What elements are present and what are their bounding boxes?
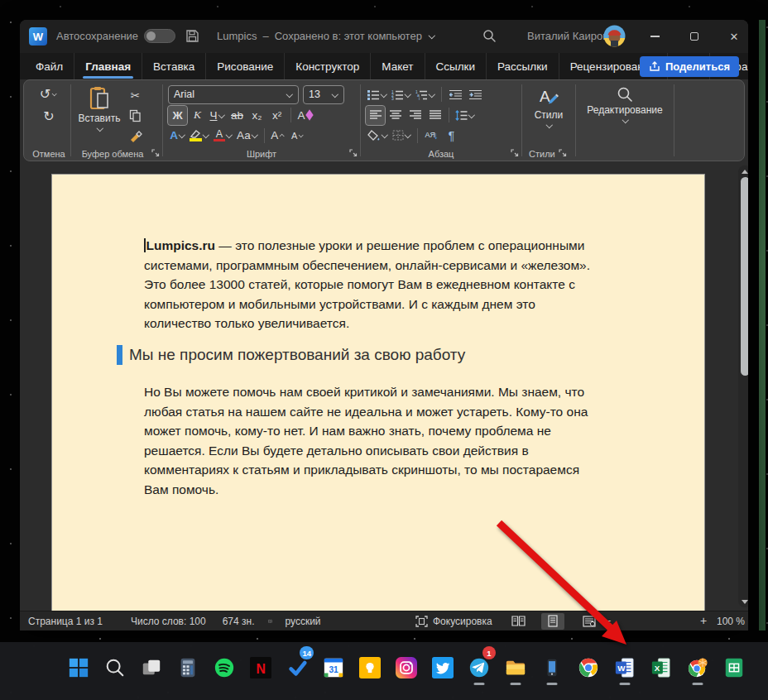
scroll-down-button[interactable] — [738, 596, 748, 607]
paste-button[interactable]: Вставить — [76, 84, 122, 146]
web-layout-button[interactable] — [578, 613, 601, 630]
change-case-button[interactable]: Аа — [235, 126, 260, 145]
justify-button[interactable] — [425, 106, 444, 125]
autosave-toggle[interactable] — [144, 29, 175, 43]
document-page[interactable]: Lumpics.ru — это полезные уроки и решени… — [51, 174, 705, 611]
taskbar-chrome[interactable] — [570, 649, 607, 687]
taskbar-google-calendar[interactable]: 31 — [315, 649, 352, 687]
taskbar-chrome-profile[interactable] — [679, 649, 716, 687]
grow-font-button[interactable]: А — [269, 126, 288, 145]
zoom-out-button[interactable]: − — [604, 614, 611, 627]
show-marks-button[interactable]: ¶ — [442, 126, 461, 145]
taskbar-netflix[interactable]: N — [242, 649, 279, 687]
document-title[interactable]: Lumpics – Сохранено в: этот компьютер — [217, 30, 435, 42]
line-spacing-button[interactable] — [454, 106, 477, 125]
maximize-button[interactable] — [682, 24, 707, 49]
taskbar-google-sheets[interactable] — [716, 649, 752, 687]
shrink-font-button[interactable]: А — [289, 126, 308, 145]
share-button[interactable]: Поделиться — [640, 56, 739, 77]
tab-file[interactable]: Файл — [25, 53, 74, 79]
save-icon[interactable] — [185, 29, 199, 43]
close-button[interactable]: ✕ — [722, 24, 746, 49]
taskbar-spotify[interactable] — [206, 649, 242, 687]
zoom-level[interactable]: 100 % — [717, 616, 745, 627]
heading-text: Мы не просим пожертвований за свою работ… — [129, 346, 465, 364]
avatar[interactable] — [603, 25, 626, 47]
bullet-list-icon — [367, 89, 380, 100]
format-painter-button[interactable] — [126, 127, 145, 146]
taskbar-instagram[interactable] — [388, 649, 425, 687]
tab-references[interactable]: Ссылки — [425, 53, 487, 79]
bold-button[interactable]: Ж — [168, 106, 187, 125]
italic-button[interactable]: К — [188, 106, 207, 125]
tab-home[interactable]: Главная — [74, 53, 142, 79]
taskbar-excel[interactable]: X — [643, 649, 679, 687]
proofing-icon[interactable] — [263, 616, 277, 627]
clipboard-dialog-launcher[interactable] — [151, 149, 160, 157]
highlight-button[interactable] — [188, 126, 211, 145]
minimize-button[interactable] — [642, 24, 667, 49]
align-right-button[interactable] — [406, 106, 425, 125]
shading-button[interactable] — [366, 126, 390, 145]
font-color-button[interactable]: А — [212, 126, 234, 145]
vertical-scrollbar[interactable] — [738, 165, 748, 607]
page-indicator[interactable]: Страница 1 из 1 — [20, 616, 111, 627]
taskbar-your-phone[interactable] — [534, 649, 570, 687]
clear-formatting-button[interactable]: А — [295, 106, 314, 125]
numbering-button[interactable]: 123 — [390, 85, 413, 104]
taskbar-calculator[interactable] — [170, 649, 206, 687]
text-effects-button[interactable]: А — [168, 126, 187, 145]
taskbar-twitter[interactable] — [425, 649, 461, 687]
word-app-icon[interactable]: W — [29, 27, 47, 46]
increase-indent-button[interactable] — [466, 85, 485, 104]
user-name[interactable]: Виталий Каиров — [527, 30, 608, 42]
subscript-button[interactable]: x₂ — [247, 106, 266, 125]
font-size-combobox[interactable]: 13 — [303, 85, 344, 104]
taskbar-file-explorer[interactable] — [497, 649, 534, 687]
search-icon[interactable] — [482, 29, 497, 43]
focus-mode-button[interactable]: Фокусировка — [415, 616, 492, 627]
taskbar-telegram[interactable]: 1 — [461, 649, 497, 687]
tab-insert[interactable]: Вставка — [142, 53, 205, 79]
bullets-button[interactable] — [366, 85, 389, 104]
superscript-button[interactable]: x² — [267, 106, 286, 125]
character-count[interactable]: 674 зн. — [214, 616, 263, 627]
font-dialog-launcher[interactable] — [349, 149, 358, 157]
taskbar-todo-app[interactable]: 14 — [279, 649, 315, 687]
tab-layout[interactable]: Макет — [370, 53, 424, 79]
taskbar-start-button[interactable] — [60, 649, 97, 687]
tab-draw[interactable]: Рисование — [205, 53, 284, 79]
underline-button[interactable]: Ч — [208, 106, 227, 125]
styles-dialog-launcher[interactable] — [559, 149, 567, 157]
redo-button[interactable]: ↻ — [32, 107, 65, 126]
language-indicator[interactable]: русский — [277, 616, 329, 627]
print-layout-button[interactable] — [541, 613, 564, 630]
taskbar-word[interactable]: W — [607, 649, 643, 687]
tab-mailings[interactable]: Рассылки — [486, 53, 559, 79]
read-mode-button[interactable] — [506, 613, 530, 630]
sort-button[interactable]: АЯ ↓ — [422, 126, 441, 145]
font-name-combobox[interactable]: Arial — [168, 85, 299, 104]
borders-button[interactable] — [391, 126, 413, 145]
scroll-up-button[interactable] — [738, 165, 748, 177]
tab-design[interactable]: Конструктор — [284, 53, 370, 79]
paragraph-dialog-launcher[interactable] — [511, 149, 519, 157]
strikethrough-button[interactable]: ab — [228, 106, 247, 125]
taskbar-google-keep[interactable] — [352, 649, 388, 687]
copy-button[interactable] — [126, 106, 145, 125]
align-left-button[interactable] — [366, 106, 385, 125]
multilevel-list-button[interactable]: 1ai — [414, 85, 437, 104]
cut-button[interactable]: ✂ — [126, 85, 145, 104]
taskbar-search-button[interactable] — [97, 649, 133, 687]
undo-button[interactable]: ↺ — [32, 84, 65, 103]
zoom-in-button[interactable]: + — [700, 614, 707, 627]
styles-button[interactable]: А Стили — [527, 84, 570, 128]
editing-button[interactable]: Редактирование — [581, 84, 669, 123]
scrollbar-thumb[interactable] — [741, 177, 749, 376]
word-count[interactable]: Число слов: 100 — [122, 616, 214, 627]
editing-button-label: Редактирование — [587, 104, 662, 116]
decrease-indent-button[interactable] — [446, 85, 465, 104]
mini-separator — [449, 108, 449, 122]
taskbar-task-view-button[interactable] — [133, 649, 170, 687]
align-center-button[interactable] — [386, 106, 405, 125]
